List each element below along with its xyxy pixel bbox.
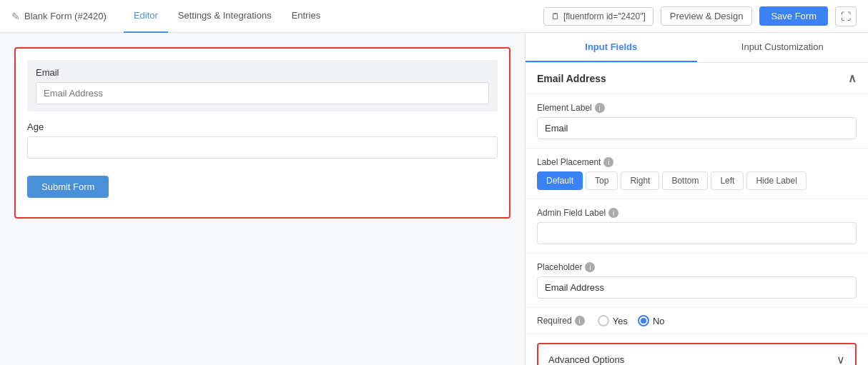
advanced-options-toggle[interactable]: Advanced Options ∨: [538, 344, 855, 365]
preview-button[interactable]: Preview & Design: [661, 6, 753, 26]
chevron-down-icon: ∨: [837, 353, 845, 365]
placeholder-input[interactable]: [537, 276, 857, 299]
main-layout: Email Age Submit Form Input Fields Input…: [0, 33, 868, 365]
tab-editor[interactable]: Editor: [124, 0, 168, 33]
label-placement-heading: Label Placement i: [537, 157, 857, 167]
placement-right[interactable]: Right: [621, 171, 659, 190]
required-no-option[interactable]: No: [638, 315, 665, 326]
element-label-heading: Element Label i: [537, 103, 857, 113]
placement-group: Default Top Right Bottom Left: [537, 171, 857, 190]
tab-settings[interactable]: Settings & Integrations: [168, 0, 282, 33]
required-no-radio[interactable]: [638, 315, 649, 326]
expand-button[interactable]: ⛶: [835, 6, 857, 26]
tab-input-fields[interactable]: Input Fields: [526, 33, 697, 62]
admin-label-info-icon[interactable]: i: [608, 208, 618, 218]
panel-tabs: Input Fields Input Customization: [526, 33, 868, 63]
save-button[interactable]: Save Form: [759, 6, 828, 26]
shortcode-button[interactable]: 🗒 [fluentform id="2420"]: [543, 7, 654, 26]
placement-bottom[interactable]: Bottom: [662, 171, 708, 190]
placeholder-info-icon[interactable]: i: [585, 262, 595, 272]
nav-right: 🗒 [fluentform id="2420"] Preview & Desig…: [543, 6, 857, 26]
placement-left[interactable]: Left: [711, 171, 744, 190]
advanced-options-label: Advanced Options: [548, 354, 624, 365]
form-canvas: Email Age Submit Form: [14, 47, 511, 219]
expand-icon: ⛶: [841, 11, 851, 22]
email-input[interactable]: [36, 82, 489, 104]
element-label-row: Element Label i: [526, 94, 868, 149]
section-title: Email Address: [537, 73, 606, 84]
required-yes-radio[interactable]: [598, 315, 609, 326]
required-info-icon[interactable]: i: [575, 316, 585, 326]
placement-hide[interactable]: Hide Label: [746, 171, 806, 190]
placement-top[interactable]: Top: [586, 171, 618, 190]
placeholder-heading: Placeholder i: [537, 262, 857, 272]
label-placement-row: Label Placement i Default Top Right Bott…: [526, 149, 868, 199]
tab-input-customization[interactable]: Input Customization: [697, 33, 869, 62]
email-label: Email: [36, 67, 489, 78]
section-toggle[interactable]: ∧: [848, 71, 857, 85]
element-label-input[interactable]: [537, 117, 857, 139]
submit-button[interactable]: Submit Form: [27, 176, 109, 198]
form-icon: ✎: [11, 11, 20, 22]
placement-default[interactable]: Default: [537, 171, 583, 190]
brand: ✎ Blank Form (#2420): [11, 11, 107, 22]
nav-tabs: Editor Settings & Integrations Entries: [124, 0, 330, 33]
editor-area: Email Age Submit Form: [0, 33, 525, 365]
shortcode-icon: 🗒: [551, 11, 560, 21]
age-field-group: Age: [27, 120, 498, 160]
required-yes-option[interactable]: Yes: [598, 315, 628, 326]
admin-label-heading: Admin Field Label i: [537, 208, 857, 218]
placeholder-row: Placeholder i: [526, 254, 868, 308]
age-label: Age: [27, 121, 498, 132]
label-placement-info-icon[interactable]: i: [603, 157, 613, 167]
right-panel: Input Fields Input Customization Email A…: [525, 33, 868, 365]
brand-label: Blank Form (#2420): [24, 11, 107, 21]
required-row: Required i Yes No: [526, 308, 868, 334]
advanced-options-section: Advanced Options ∨: [537, 343, 857, 365]
shortcode-label: [fluentform id="2420"]: [563, 11, 646, 21]
admin-label-input[interactable]: [537, 222, 857, 244]
admin-field-label-row: Admin Field Label i: [526, 199, 868, 254]
section-header: Email Address ∧: [526, 63, 868, 94]
tab-entries[interactable]: Entries: [282, 0, 330, 33]
age-input[interactable]: [27, 136, 498, 159]
required-label: Required i: [537, 316, 585, 326]
email-field-group: Email: [27, 60, 498, 111]
element-label-info-icon[interactable]: i: [595, 103, 605, 113]
top-nav: ✎ Blank Form (#2420) Editor Settings & I…: [0, 0, 868, 33]
panel-content: Email Address ∧ Element Label i Label Pl…: [526, 63, 868, 365]
